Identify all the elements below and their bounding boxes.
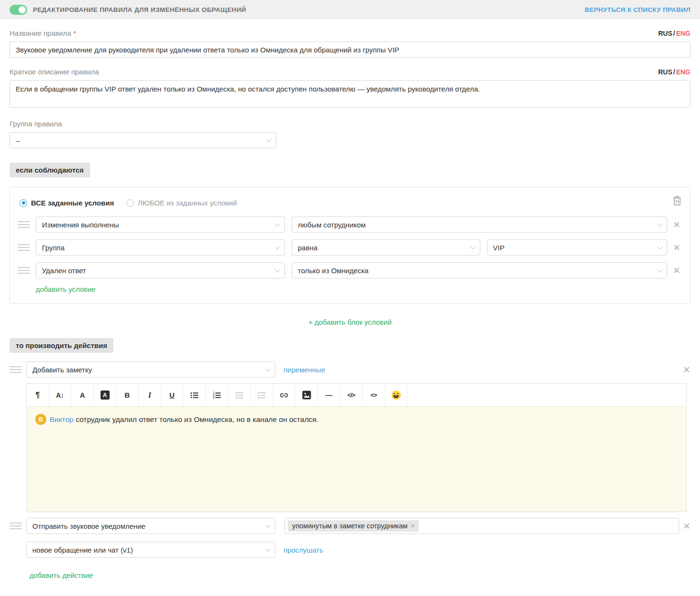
remove-action-icon[interactable]: ✕ — [683, 364, 690, 375]
drag-handle-icon[interactable] — [18, 242, 30, 253]
chevron-down-icon — [657, 244, 662, 249]
add-condition-link[interactable]: добавить условие — [36, 285, 96, 293]
image-icon[interactable] — [295, 384, 318, 406]
emoji-icon[interactable] — [385, 384, 407, 406]
lang-eng-tab[interactable]: ENG — [676, 30, 690, 37]
lang-eng-tab[interactable]: ENG — [676, 68, 690, 76]
horizontal-rule-icon[interactable]: — — [318, 384, 340, 406]
lang-separator: / — [673, 30, 675, 37]
code-block-icon[interactable]: </> — [340, 384, 363, 406]
chevron-down-icon — [275, 244, 280, 249]
recipient-tag: упомянутым в заметке сотрудникам × — [288, 520, 419, 532]
remove-tag-icon[interactable]: × — [411, 522, 415, 530]
listen-link[interactable]: прослушать — [284, 546, 323, 554]
toggle-knob — [19, 6, 26, 13]
sound-select-row: новое обращение или чат (v1) прослушать — [26, 542, 690, 558]
action-type-select[interactable]: Добавить заметку — [26, 361, 275, 378]
action-row-add-note: Добавить заметку переменные ✕ — [10, 361, 690, 378]
editor-toolbar: ¶ A↕ A A B I U 123 — — [27, 384, 686, 407]
action-type-select[interactable]: Отправить звуковое уведомление — [26, 518, 275, 534]
drag-handle-icon[interactable] — [10, 364, 22, 375]
ordered-list-icon[interactable]: 123 — [206, 384, 228, 406]
rule-group-value: – — [16, 136, 263, 144]
lang-rus-tab[interactable]: RUS — [658, 68, 672, 76]
rule-group-select[interactable]: – — [10, 132, 276, 148]
match-all-radio[interactable]: ВСЕ заданные условия — [20, 199, 114, 207]
italic-icon[interactable]: I — [139, 384, 161, 406]
drag-handle-icon[interactable] — [18, 265, 30, 276]
condition-operator-select[interactable]: равна — [292, 239, 480, 256]
rule-description-input[interactable]: Если в обращении группы VIP ответ удален… — [10, 80, 690, 108]
condition-field-select[interactable]: Изменения выполнены — [36, 216, 285, 233]
mention-avatar: В — [35, 414, 46, 425]
lang-separator: / — [673, 68, 675, 76]
condition-field-select[interactable]: Группа — [36, 239, 285, 256]
drag-handle-icon[interactable] — [18, 219, 30, 230]
action-row-sound-notification: Отправить звуковое уведомление упомянуты… — [10, 518, 690, 534]
remove-condition-icon[interactable]: ✕ — [673, 220, 680, 229]
indent-icon[interactable] — [251, 384, 273, 406]
lang-rus-tab[interactable]: RUS — [658, 30, 672, 37]
recipients-input[interactable]: упомянутым в заметке сотрудникам × — [284, 518, 679, 534]
chevron-down-icon — [265, 366, 271, 371]
add-action-link[interactable]: добавить действие — [30, 571, 93, 579]
match-any-radio[interactable]: ЛЮБОЕ из заданных условий — [126, 199, 237, 207]
lang-switcher-name: RUS/ENG — [658, 30, 690, 37]
chevron-down-icon — [265, 546, 271, 552]
rule-name-label: Название правила * — [10, 29, 76, 37]
required-asterisk: * — [73, 29, 76, 37]
rule-description-label: Краткое описание правила — [10, 68, 99, 76]
condition-row: Удален ответ только из Омнидеска ✕ — [18, 262, 680, 278]
mention-link[interactable]: Виктор — [50, 415, 73, 424]
outdent-icon[interactable] — [228, 384, 251, 406]
delete-conditions-block-icon[interactable] — [672, 195, 682, 208]
condition-operator-select[interactable]: любым сотрудником — [292, 216, 667, 233]
note-content-area[interactable]: В Виктор сотрудник удалил ответ только и… — [27, 407, 686, 512]
chevron-down-icon — [265, 523, 271, 528]
remove-condition-icon[interactable]: ✕ — [673, 266, 680, 275]
sound-select[interactable]: новое обращение или чат (v1) — [26, 542, 275, 558]
font-size-icon[interactable]: A↕ — [49, 384, 71, 406]
link-icon[interactable] — [273, 384, 295, 406]
bullet-list-icon[interactable] — [183, 384, 206, 406]
header-bar: РЕДАКТИРОВАНИЕ ПРАВИЛА ДЛЯ ИЗМЕНЁННЫХ ОБ… — [0, 0, 700, 19]
add-conditions-block-link[interactable]: + добавить блок условий — [308, 318, 392, 326]
condition-field-select[interactable]: Удален ответ — [36, 262, 285, 278]
radio-selected-icon — [20, 199, 27, 207]
paragraph-icon[interactable]: ¶ — [27, 384, 49, 406]
bold-icon[interactable]: B — [116, 384, 139, 406]
svg-text:3: 3 — [213, 396, 215, 399]
condition-value-select[interactable]: VIP — [487, 239, 668, 256]
font-color-icon[interactable]: A — [71, 384, 94, 406]
rule-group-label: Группа правила — [10, 120, 62, 128]
condition-operator-select[interactable]: только из Омнидеска — [292, 262, 667, 278]
conditions-match-mode: ВСЕ заданные условия ЛЮБОЕ из заданных у… — [20, 199, 680, 207]
drag-handle-icon[interactable] — [10, 521, 22, 531]
lang-switcher-description: RUS/ENG — [658, 68, 690, 76]
condition-row: Группа равна VIP ✕ — [18, 239, 680, 256]
note-editor: ¶ A↕ A A B I U 123 — — [26, 383, 687, 512]
highlight-color-icon[interactable]: A — [94, 384, 116, 406]
back-to-rules-link[interactable]: ВЕРНУТЬСЯ К СПИСКУ ПРАВИЛ — [585, 6, 690, 13]
chevron-down-icon — [470, 244, 475, 249]
chevron-down-icon — [275, 221, 280, 226]
remove-action-icon[interactable]: ✕ — [683, 521, 690, 532]
note-text: сотрудник удалил ответ только из Омнидес… — [76, 415, 318, 424]
rule-name-input[interactable] — [10, 41, 690, 58]
rule-form: Название правила * RUS/ENG Краткое описа… — [0, 29, 700, 591]
variables-link[interactable]: переменные — [284, 366, 325, 374]
chevron-down-icon — [657, 267, 662, 272]
if-conditions-chip: если соблюдаются — [10, 163, 90, 177]
radio-unselected-icon — [126, 199, 134, 207]
underline-icon[interactable]: U — [161, 384, 183, 406]
page-title: РЕДАКТИРОВАНИЕ ПРАВИЛА ДЛЯ ИЗМЕНЁННЫХ ОБ… — [33, 6, 246, 13]
chevron-down-icon — [275, 267, 280, 272]
condition-row: Изменения выполнены любым сотрудником ✕ — [18, 216, 680, 233]
chevron-down-icon — [657, 221, 662, 226]
remove-condition-icon[interactable]: ✕ — [673, 243, 680, 252]
conditions-block: ВСЕ заданные условия ЛЮБОЕ из заданных у… — [10, 187, 690, 304]
then-actions-chip: то производить действия — [10, 338, 113, 353]
chevron-down-icon — [266, 137, 272, 142]
inline-code-icon[interactable]: <> — [363, 384, 385, 406]
rule-enabled-toggle[interactable] — [10, 5, 27, 15]
